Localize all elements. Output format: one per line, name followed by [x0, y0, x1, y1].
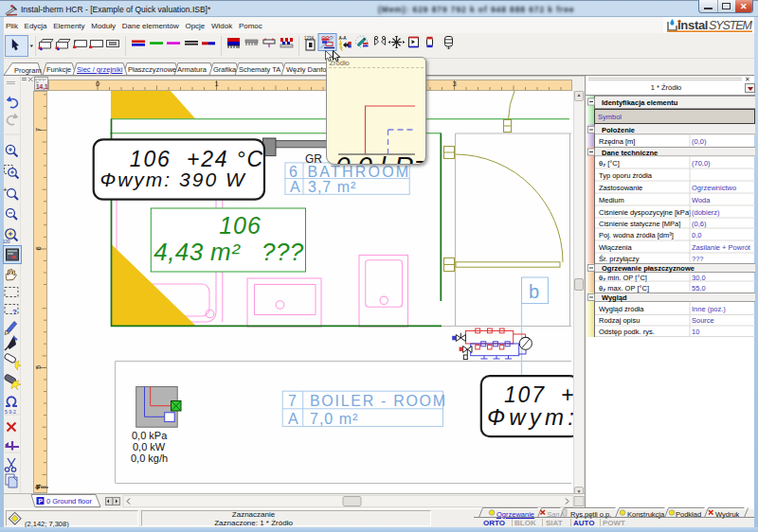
svg-text:A: A [288, 411, 298, 427]
svg-text:P: P [39, 498, 44, 505]
svg-text:0,0 kPa: 0,0 kPa [132, 430, 168, 441]
svg-text:BATHROOM: BATHROOM [308, 164, 411, 180]
svg-text:6: 6 [34, 246, 43, 250]
svg-text:0,0 l-Rz: 0,0 l-Rz [335, 151, 426, 166]
svg-text:BOILER - ROOM: BOILER - ROOM [310, 393, 447, 409]
svg-text:0 Ground floor: 0 Ground floor [46, 497, 92, 505]
svg-text:Фwym: 390 W: Фwym: 390 W [100, 168, 246, 190]
svg-text:5: 5 [34, 365, 43, 369]
svg-text:7: 7 [34, 128, 43, 132]
svg-text:0,0 kg/h: 0,0 kg/h [131, 452, 168, 464]
svg-text:7: 7 [288, 393, 297, 409]
svg-text:106 +24 °C: 106 +24 °C [130, 147, 264, 171]
svg-text:0: 0 [96, 80, 99, 88]
svg-text:106: 106 [219, 212, 262, 239]
svg-text:7,0 m²: 7,0 m² [310, 411, 358, 427]
svg-text:GR: GR [305, 152, 322, 166]
svg-text:Фwym:: Фwym: [487, 404, 578, 430]
svg-text:1: 1 [214, 80, 218, 88]
svg-text:A: A [290, 179, 300, 195]
svg-text:6: 6 [289, 164, 298, 180]
svg-text:3,7 m²: 3,7 m² [308, 179, 356, 195]
svg-text:4,43 m² ???: 4,43 m² ??? [153, 238, 304, 266]
svg-text:3: 3 [452, 80, 456, 88]
svg-text:b: b [529, 281, 539, 302]
svg-text:0,0 kW: 0,0 kW [133, 441, 166, 452]
